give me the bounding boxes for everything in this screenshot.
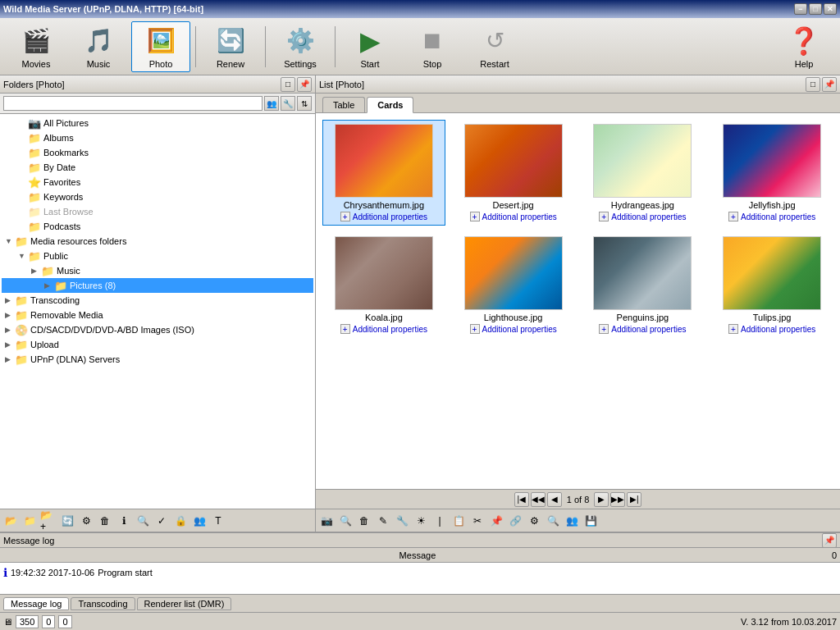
- tree-item-keywords[interactable]: 📁Keywords: [2, 189, 313, 204]
- sort-icon[interactable]: ⇅: [297, 96, 312, 111]
- list-pin-icon[interactable]: 📌: [822, 77, 837, 92]
- tree-label-keywords: Keywords: [43, 192, 83, 202]
- last-page-button[interactable]: ▶|: [627, 492, 641, 507]
- photo-card-lighthouse[interactable]: Lighthouse.jpg+Additional properties: [452, 232, 575, 338]
- help-button[interactable]: ❓ Help: [774, 21, 833, 72]
- tree-item-removable[interactable]: ▶📁Removable Media: [2, 308, 313, 322]
- add-props-penguins[interactable]: +Additional properties: [599, 324, 686, 334]
- next-single-button[interactable]: ▶: [594, 492, 609, 507]
- tree-item-pictures[interactable]: ▶📁Pictures (8): [2, 278, 313, 293]
- rtb-3[interactable]: 🗑: [355, 512, 373, 530]
- restart-button[interactable]: ↺ Restart: [465, 21, 524, 72]
- music-button[interactable]: 🎵 Music: [69, 21, 128, 72]
- tree-item-by-date[interactable]: 📁By Date: [2, 160, 313, 175]
- tree-item-albums[interactable]: 📁Albums: [2, 130, 313, 145]
- ltb-delete[interactable]: 🗑: [96, 512, 114, 530]
- tree-item-upnp[interactable]: ▶📁UPnP (DLNA) Servers: [2, 352, 313, 367]
- tree-item-favorites[interactable]: ⭐Favorites: [2, 175, 313, 189]
- movies-button[interactable]: 🎬 Movies: [7, 21, 66, 72]
- tree-item-public[interactable]: ▼📁Public: [2, 249, 313, 263]
- ltb-settings2[interactable]: ⚙: [77, 512, 95, 530]
- minimize-button[interactable]: −: [794, 3, 807, 15]
- tree-item-music-folder[interactable]: ▶📁Music: [2, 263, 313, 278]
- rtb-2[interactable]: 🔍: [336, 512, 354, 530]
- photo-button[interactable]: 🖼️ Photo: [131, 21, 190, 72]
- add-props-tulips[interactable]: +Additional properties: [728, 324, 815, 334]
- photo-card-chrysanthemum[interactable]: Chrysanthemum.jpg+Additional properties: [322, 120, 445, 226]
- add-props-desert[interactable]: +Additional properties: [470, 212, 557, 221]
- people-icon[interactable]: 👥: [264, 96, 279, 111]
- tree-item-upload[interactable]: ▶📁Upload: [2, 337, 313, 352]
- photo-card-penguins[interactable]: Penguins.jpg+Additional properties: [582, 232, 705, 338]
- rtb-15[interactable]: 💾: [582, 512, 600, 530]
- photo-card-hydrangeas[interactable]: Hydrangeas.jpg+Additional properties: [582, 120, 705, 226]
- folder-search-input[interactable]: [3, 96, 262, 111]
- stop-button[interactable]: ⏹ Stop: [403, 21, 462, 72]
- start-button[interactable]: ▶ Start: [340, 21, 399, 72]
- ltb-properties[interactable]: ℹ: [115, 512, 133, 530]
- rtb-1[interactable]: 📷: [317, 512, 336, 530]
- maximize-button[interactable]: □: [809, 3, 822, 15]
- rtb-9[interactable]: ✂: [468, 512, 486, 530]
- ltb-group[interactable]: 👥: [190, 512, 208, 530]
- ltb-lock[interactable]: 🔒: [171, 512, 189, 530]
- help-icon: ❓: [788, 25, 820, 57]
- photo-card-tulips[interactable]: Tulips.jpg+Additional properties: [710, 232, 833, 338]
- rtb-8[interactable]: 📋: [450, 512, 468, 530]
- photo-card-desert[interactable]: Desert.jpg+Additional properties: [452, 120, 575, 226]
- tree-item-media-resources[interactable]: ▼📁Media resources folders: [2, 234, 313, 249]
- add-props-jellyfish[interactable]: +Additional properties: [728, 212, 815, 221]
- movies-label: Movies: [22, 59, 51, 69]
- add-props-koala[interactable]: +Additional properties: [340, 324, 427, 334]
- rtb-14[interactable]: 👥: [563, 512, 581, 530]
- tab-table[interactable]: Table: [322, 97, 365, 112]
- ltb-new-folder[interactable]: 📂: [2, 512, 20, 530]
- ltb-refresh[interactable]: 🔄: [58, 512, 76, 530]
- folder-expand-icon[interactable]: □: [281, 77, 295, 92]
- tree-item-all-pictures[interactable]: 📷All Pictures: [2, 116, 313, 130]
- rtb-4[interactable]: ✎: [374, 512, 392, 530]
- rtb-11[interactable]: 🔗: [506, 512, 524, 530]
- ltb-folder-open[interactable]: 📁: [21, 512, 39, 530]
- filter-icon[interactable]: 🔧: [281, 96, 295, 111]
- photo-card-koala[interactable]: Koala.jpg+Additional properties: [322, 232, 445, 338]
- first-page-button[interactable]: |◀: [514, 492, 529, 507]
- renew-button[interactable]: 🔄 Renew: [201, 21, 260, 72]
- message-log-pin[interactable]: 📌: [822, 533, 837, 548]
- photo-card-jellyfish[interactable]: Jellyfish.jpg+Additional properties: [710, 120, 833, 226]
- ltb-text[interactable]: T: [209, 512, 227, 530]
- close-button[interactable]: ✕: [824, 3, 837, 15]
- ltb-mark[interactable]: ✓: [153, 512, 171, 530]
- add-props-lighthouse[interactable]: +Additional properties: [470, 324, 557, 334]
- rtb-12[interactable]: ⚙: [525, 512, 543, 530]
- ltb-search[interactable]: 🔍: [134, 512, 152, 530]
- list-expand-icon[interactable]: □: [806, 77, 820, 92]
- settings-button[interactable]: ⚙️ Settings: [271, 21, 330, 72]
- music-icon: 🎵: [82, 25, 115, 57]
- tree-icon-favorites: ⭐: [28, 176, 41, 189]
- rtb-10[interactable]: 📌: [487, 512, 505, 530]
- tree-item-last-browse[interactable]: 📁Last Browse: [2, 204, 313, 219]
- folder-pin-icon[interactable]: 📌: [297, 77, 312, 92]
- rtb-5[interactable]: 🔧: [393, 512, 411, 530]
- tree-item-transcoding[interactable]: ▶📁Transcoding: [2, 293, 313, 308]
- tree-item-bookmarks[interactable]: 📁Bookmarks: [2, 145, 313, 160]
- status-tab-renderer-list[interactable]: Renderer list (DMR): [137, 597, 232, 610]
- start-icon: ▶: [354, 25, 386, 57]
- message-header: Message 0: [0, 548, 840, 563]
- status-tab-message-log[interactable]: Message log: [3, 597, 69, 610]
- status-tab-transcoding[interactable]: Transcoding: [71, 597, 135, 610]
- add-props-hydrangeas[interactable]: +Additional properties: [599, 212, 686, 221]
- tree-item-cdsacd[interactable]: ▶📀CD/SACD/DVD/DVD-A/BD Images (ISO): [2, 322, 313, 337]
- next-page-button[interactable]: ▶▶: [610, 492, 625, 507]
- tree-item-podcasts[interactable]: 📁Podcasts: [2, 219, 313, 234]
- prev-single-button[interactable]: ◀: [547, 492, 562, 507]
- prev-page-button[interactable]: ◀◀: [531, 492, 546, 507]
- message-header-title: Message: [3, 550, 832, 560]
- rtb-13[interactable]: 🔍: [544, 512, 562, 530]
- rtb-6[interactable]: ☀: [412, 512, 430, 530]
- rtb-7[interactable]: |: [431, 512, 449, 530]
- tab-cards[interactable]: Cards: [367, 97, 413, 113]
- add-props-chrysanthemum[interactable]: +Additional properties: [340, 212, 427, 221]
- ltb-folder-add[interactable]: 📂+: [39, 512, 57, 530]
